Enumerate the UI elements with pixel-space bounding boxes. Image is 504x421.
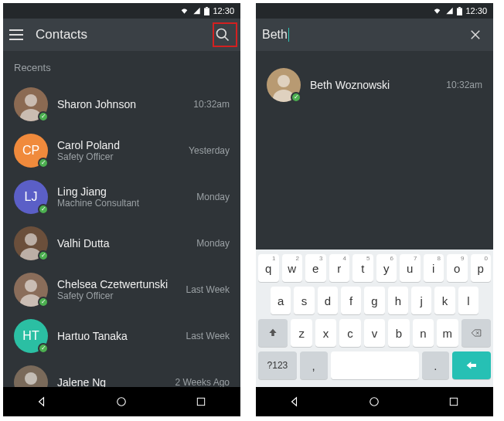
key-a[interactable]: a <box>271 287 291 314</box>
search-bar: Beth <box>256 19 493 51</box>
contact-row[interactable]: Jalene Ng 2 Weeks Ago <box>3 359 240 387</box>
enter-key[interactable] <box>452 351 491 379</box>
contact-row[interactable]: HT Hartuo Tanaka Last Week <box>3 313 240 359</box>
key-l[interactable]: l <box>458 287 478 314</box>
svg-rect-1 <box>206 7 209 8</box>
key-j[interactable]: j <box>411 287 431 314</box>
shift-key[interactable] <box>258 319 288 347</box>
avatar <box>14 273 48 307</box>
svg-point-6 <box>25 233 37 246</box>
comma-key[interactable]: , <box>300 351 328 379</box>
key-m[interactable]: m <box>437 319 458 347</box>
key-x[interactable]: x <box>315 319 336 347</box>
key-d[interactable]: d <box>318 287 338 314</box>
menu-button[interactable] <box>9 26 26 43</box>
svg-point-12 <box>117 398 126 406</box>
clear-search-button[interactable] <box>464 23 487 46</box>
contact-row[interactable]: Chelsea Czetwertunski Safety Officer Las… <box>3 267 240 313</box>
contact-row[interactable]: Valhi Dutta Monday <box>3 220 240 267</box>
contact-row[interactable]: CP Carol Poland Safety Officer Yesterday <box>3 127 240 174</box>
key-k[interactable]: k <box>434 287 455 314</box>
avatar <box>14 365 48 387</box>
contact-time: 10:32am <box>193 99 230 110</box>
contact-time: Monday <box>196 192 230 202</box>
contact-subtitle: Safety Officer <box>57 290 177 301</box>
presence-badge <box>38 111 49 122</box>
battery-icon <box>204 7 209 15</box>
backspace-key[interactable] <box>461 319 491 347</box>
recents-button[interactable] <box>186 390 216 413</box>
avatar <box>14 226 48 260</box>
symbols-key[interactable]: ?123 <box>258 351 297 379</box>
android-nav-bar <box>3 387 240 416</box>
key-o[interactable]: 9o <box>447 254 468 282</box>
key-b[interactable]: b <box>388 319 409 347</box>
key-e[interactable]: 3e <box>305 254 326 282</box>
wifi-icon <box>179 7 189 15</box>
status-bar: 12:30 <box>3 3 240 19</box>
svg-rect-15 <box>459 7 461 8</box>
contact-info: Chelsea Czetwertunski Safety Officer <box>57 278 177 301</box>
signal-icon <box>192 7 201 15</box>
recents-button[interactable] <box>438 390 469 413</box>
section-label: Recents <box>3 51 240 81</box>
search-input[interactable]: Beth <box>262 28 288 42</box>
key-q[interactable]: 1q <box>258 254 279 282</box>
contact-name: Carol Poland <box>57 139 179 151</box>
svg-point-22 <box>370 398 379 406</box>
key-s[interactable]: s <box>294 287 314 314</box>
key-g[interactable]: g <box>364 287 384 314</box>
svg-rect-23 <box>450 398 457 405</box>
contact-name: Beth Woznowski <box>310 79 437 91</box>
search-screen: 12:30 Beth Beth Woznowski 10:32am 1q2w3e… <box>256 3 493 416</box>
contact-info: Hartuo Tanaka <box>57 330 177 342</box>
key-u[interactable]: 7u <box>400 254 421 282</box>
soft-keyboard: 1q2w3e4r5t6y7u8i9o0p asdfghjkl zxcvbnm ?… <box>256 250 493 387</box>
status-bar: 12:30 <box>256 3 493 19</box>
space-key[interactable] <box>331 351 419 379</box>
contact-info: Beth Woznowski <box>310 79 437 91</box>
presence-badge <box>38 250 49 261</box>
svg-rect-14 <box>458 8 463 15</box>
contact-row[interactable]: Sharon Johnson 10:32am <box>3 81 240 127</box>
avatar <box>267 68 301 102</box>
contacts-screen: 12:30 Contacts Recents Sharon Johnson 10… <box>3 3 240 416</box>
avatar <box>14 87 48 121</box>
key-f[interactable]: f <box>341 287 361 314</box>
key-t[interactable]: 5t <box>352 254 373 282</box>
presence-badge <box>291 92 301 103</box>
key-v[interactable]: v <box>364 319 385 347</box>
contact-row[interactable]: Beth Woznowski 10:32am <box>256 62 493 108</box>
contact-info: Sharon Johnson <box>57 98 184 110</box>
key-p[interactable]: 0p <box>471 254 492 282</box>
key-r[interactable]: 4r <box>329 254 350 282</box>
page-title: Contacts <box>36 27 202 42</box>
contacts-list[interactable]: Recents Sharon Johnson 10:32am CP Carol … <box>3 51 240 387</box>
home-button[interactable] <box>106 390 137 413</box>
contact-time: Yesterday <box>189 145 230 156</box>
key-w[interactable]: 2w <box>282 254 303 282</box>
key-y[interactable]: 6y <box>376 254 397 282</box>
contact-time: Last Week <box>186 284 230 295</box>
key-c[interactable]: c <box>339 319 360 347</box>
back-button[interactable] <box>27 390 58 413</box>
contact-info: Valhi Dutta <box>57 237 187 250</box>
key-h[interactable]: h <box>388 287 408 314</box>
contact-info: Ling Jiang Machine Consultant <box>57 185 187 209</box>
status-time: 12:30 <box>465 6 487 15</box>
contact-name: Chelsea Czetwertunski <box>57 278 177 290</box>
contact-name: Valhi Dutta <box>57 237 187 250</box>
period-key[interactable]: . <box>422 351 450 379</box>
key-n[interactable]: n <box>413 319 434 347</box>
svg-rect-13 <box>197 398 204 405</box>
app-bar: Contacts <box>3 19 240 51</box>
svg-point-8 <box>25 280 37 292</box>
home-button[interactable] <box>359 390 390 413</box>
key-i[interactable]: 8i <box>424 254 444 282</box>
contact-row[interactable]: LJ Ling Jiang Machine Consultant Monday <box>3 174 240 220</box>
key-z[interactable]: z <box>291 319 312 347</box>
back-button[interactable] <box>280 390 311 413</box>
signal-icon <box>445 7 454 15</box>
search-results[interactable]: Beth Woznowski 10:32am <box>256 51 493 250</box>
contact-name: Sharon Johnson <box>57 98 184 110</box>
